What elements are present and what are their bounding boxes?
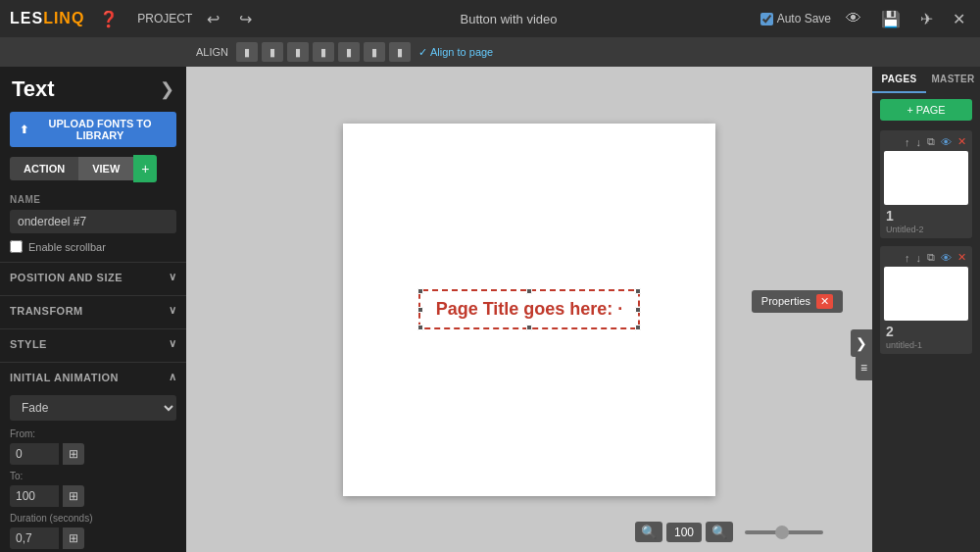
page-2-duplicate-button[interactable]: ⧉ xyxy=(925,250,937,265)
align-label: ALIGN xyxy=(196,46,228,58)
panel-header: Text ❯ xyxy=(0,67,186,108)
page-card-2: ↑ ↓ ⧉ 👁 ✕ 2 untitled-1 xyxy=(880,246,972,354)
from-input[interactable] xyxy=(10,443,59,465)
align-right-button[interactable]: ▮ xyxy=(287,42,309,62)
align-center-h-button[interactable]: ▮ xyxy=(262,42,283,62)
duration-field-row: ⊞ xyxy=(10,527,176,549)
page-2-delete-button[interactable]: ✕ xyxy=(956,250,968,265)
resize-handle-br[interactable] xyxy=(635,325,641,330)
upload-fonts-button[interactable]: ⬆ UPLOAD FONTS TO LIBRARY xyxy=(10,112,176,147)
duration-label: Duration (seconds) xyxy=(0,509,186,526)
page-2-thumbnail[interactable] xyxy=(884,267,968,321)
resize-handle-tl[interactable] xyxy=(417,288,423,294)
page-card-1: ↑ ↓ ⧉ 👁 ✕ 1 Untitled-2 xyxy=(880,130,972,238)
duration-input[interactable] xyxy=(10,527,59,549)
save-button[interactable]: 💾 xyxy=(876,8,906,30)
name-section-label: NAME xyxy=(0,186,186,208)
topbar: LESLINQ ❓ PROJECT ↩ ↪ Button with video … xyxy=(0,0,980,37)
panel-arrow-button[interactable]: ❯ xyxy=(851,329,872,357)
page-1-thumbnail[interactable] xyxy=(884,151,968,205)
to-input[interactable] xyxy=(10,485,59,507)
zoom-slider[interactable] xyxy=(745,530,823,534)
align-top-button[interactable]: ▮ xyxy=(313,42,334,62)
resize-handle-bl[interactable] xyxy=(417,325,423,330)
scrollbar-label: Enable scrollbar xyxy=(28,241,106,253)
page-text-element[interactable]: Page Title goes here: · xyxy=(418,289,641,329)
action-view-row: ACTION VIEW + xyxy=(10,155,176,182)
upload-icon: ⬆ xyxy=(20,124,28,136)
help-button[interactable]: ❓ xyxy=(94,8,123,30)
to-label: To: xyxy=(0,467,186,483)
resize-handle-bm[interactable] xyxy=(526,325,532,330)
resize-handle-mr[interactable] xyxy=(635,307,641,313)
scrollbar-row: Enable scrollbar xyxy=(0,235,186,258)
style-header[interactable]: STYLE ∨ xyxy=(0,329,186,358)
chevron-up-icon: ∧ xyxy=(169,371,177,383)
page-card-2-controls: ↑ ↓ ⧉ 👁 ✕ xyxy=(884,250,968,265)
add-page-button[interactable]: + PAGE xyxy=(880,99,972,121)
logo: LESLINQ xyxy=(10,10,84,27)
to-stepper[interactable]: ⊞ xyxy=(63,485,84,507)
resize-handle-tm[interactable] xyxy=(526,288,532,294)
zoom-in-button[interactable]: 🔍 xyxy=(706,522,733,542)
animation-type-select[interactable]: Fade xyxy=(10,395,176,421)
resize-handle-ml[interactable] xyxy=(417,307,423,313)
redo-button[interactable]: ↪ xyxy=(234,8,257,30)
canvas-area: Page Title goes here: · Properties ✕ ❯ ≡… xyxy=(186,67,872,552)
position-size-section: POSITION AND SIZE ∨ xyxy=(0,262,186,291)
distribute-button[interactable]: ▮ xyxy=(389,42,411,62)
properties-label: Properties xyxy=(761,295,810,307)
page-1-number: 1 xyxy=(886,208,968,224)
initial-animation-header[interactable]: INITIAL ANIMATION ∧ xyxy=(0,363,186,391)
page-1-down-button[interactable]: ↓ xyxy=(914,135,924,149)
page-2-visibility-button[interactable]: 👁 xyxy=(939,251,954,265)
scrollbar-checkbox[interactable] xyxy=(10,240,23,253)
zoom-value: 100 xyxy=(666,523,702,542)
page-2-down-button[interactable]: ↓ xyxy=(914,251,924,265)
right-panel: PAGES MASTER + PAGE ↑ ↓ ⧉ 👁 ✕ 1 Untitled… xyxy=(872,67,980,552)
properties-popup-close[interactable]: ✕ xyxy=(816,294,833,309)
from-stepper[interactable]: ⊞ xyxy=(63,443,84,465)
page-1-name: Untitled-2 xyxy=(886,225,968,234)
duration-stepper[interactable]: ⊞ xyxy=(63,527,84,549)
tab-pages[interactable]: PAGES xyxy=(872,67,926,93)
align-left-button[interactable]: ▮ xyxy=(236,42,258,62)
zoom-bar: 🔍 100 🔍 xyxy=(635,522,823,542)
from-field-row: ⊞ xyxy=(10,443,176,465)
transform-header[interactable]: TRANSFORM ∨ xyxy=(0,296,186,325)
autosave-label[interactable]: Auto Save xyxy=(760,12,831,25)
left-panel: Text ❯ ⬆ UPLOAD FONTS TO LIBRARY ACTION … xyxy=(0,67,186,552)
panel-close-button[interactable]: ❯ xyxy=(160,78,174,100)
page-1-up-button[interactable]: ↑ xyxy=(903,135,912,149)
page-2-up-button[interactable]: ↑ xyxy=(903,251,912,265)
page-1-duplicate-button[interactable]: ⧉ xyxy=(925,134,937,149)
chevron-down-icon: ∨ xyxy=(169,304,177,317)
position-size-header[interactable]: POSITION AND SIZE ∨ xyxy=(0,263,186,291)
add-action-button[interactable]: + xyxy=(133,155,157,182)
undo-button[interactable]: ↩ xyxy=(202,8,224,30)
send-button[interactable]: ✈ xyxy=(915,8,938,30)
align-middle-v-button[interactable]: ▮ xyxy=(338,42,360,62)
align-bottom-button[interactable]: ▮ xyxy=(364,42,385,62)
tab-master[interactable]: MASTER xyxy=(926,67,980,93)
initial-animation-section: INITIAL ANIMATION ∧ Fade From: ⊞ To: ⊞ D… xyxy=(0,362,186,552)
chevron-down-icon: ∨ xyxy=(169,271,177,283)
properties-popup: Properties ✕ xyxy=(752,290,843,313)
name-input[interactable] xyxy=(10,210,176,233)
canvas-page: Page Title goes here: · xyxy=(343,124,715,496)
document-title: Button with video xyxy=(267,12,750,26)
zoom-out-button[interactable]: 🔍 xyxy=(635,522,662,542)
panel-layer-button[interactable]: ≡ xyxy=(856,355,872,380)
close-button[interactable]: ✕ xyxy=(948,8,970,30)
autosave-checkbox[interactable] xyxy=(760,13,773,25)
resize-handle-tr[interactable] xyxy=(635,288,641,294)
view-button[interactable]: VIEW xyxy=(78,157,133,180)
page-1-visibility-button[interactable]: 👁 xyxy=(939,135,954,149)
page-card-1-controls: ↑ ↓ ⧉ 👁 ✕ xyxy=(884,134,968,149)
topbar-right: Auto Save 👁 💾 ✈ ✕ xyxy=(760,8,970,30)
preview-button[interactable]: 👁 xyxy=(841,8,866,29)
page-1-delete-button[interactable]: ✕ xyxy=(956,134,968,149)
page-text-content: Page Title goes here: · xyxy=(436,299,623,319)
pages-master-tabs: PAGES MASTER xyxy=(872,67,980,93)
action-button[interactable]: ACTION xyxy=(10,157,78,180)
